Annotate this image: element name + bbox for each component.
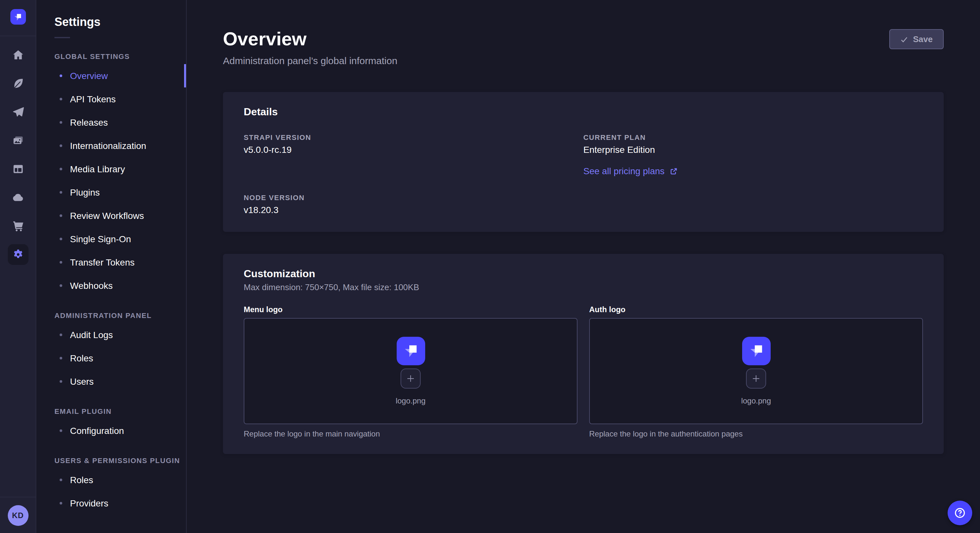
cart-icon[interactable]: [8, 216, 28, 236]
nav-item-releases[interactable]: Releases: [36, 111, 186, 134]
bullet-icon: [60, 121, 62, 124]
customization-heading: Customization: [244, 268, 923, 280]
nav-section: ADMINISTRATION PANEL Audit Logs Roles Us…: [54, 311, 186, 393]
save-button[interactable]: Save: [889, 29, 944, 49]
bullet-icon: [60, 238, 62, 240]
strapi-version-field: STRAPI VERSION v5.0.0-rc.19: [244, 133, 583, 177]
nav-item-audit-logs[interactable]: Audit Logs: [36, 323, 186, 346]
nav-section-title: USERS & PERMISSIONS PLUGIN: [54, 457, 186, 464]
check-icon: [900, 35, 908, 43]
bullet-icon: [60, 75, 62, 77]
menu-logo-dropzone[interactable]: logo.png: [244, 318, 578, 424]
menu-logo-hint: Replace the logo in the main navigation: [244, 429, 578, 438]
current-plan-value: Enterprise Edition: [583, 144, 923, 155]
node-version-label: NODE VERSION: [244, 194, 583, 201]
rail-footer: KD: [0, 497, 36, 533]
auth-logo-group: Auth logo logo.png Replace the logo in t…: [589, 305, 923, 438]
help-button[interactable]: [948, 501, 972, 525]
bullet-icon: [60, 284, 62, 287]
gear-icon[interactable]: [8, 244, 28, 265]
nav-item-internationalization[interactable]: Internationalization: [36, 134, 186, 157]
auth-logo-label: Auth logo: [589, 305, 923, 314]
auth-logo-filename: logo.png: [741, 397, 771, 405]
strapi-logo[interactable]: [10, 9, 25, 25]
bullet-icon: [60, 261, 62, 263]
main-nav-rail: KD: [0, 0, 36, 533]
strapi-version-label: STRAPI VERSION: [244, 133, 583, 141]
add-logo-button[interactable]: [401, 368, 421, 389]
layout-icon[interactable]: [8, 159, 28, 179]
customization-subtitle: Max dimension: 750×750, Max file size: 1…: [244, 282, 923, 292]
nav-item-users[interactable]: Users: [36, 370, 186, 393]
bullet-icon: [60, 357, 62, 359]
nav-section: GLOBAL SETTINGS Overview API Tokens Rele…: [54, 52, 186, 297]
cloud-icon[interactable]: [8, 187, 28, 208]
nav-section: EMAIL PLUGIN Configuration: [54, 408, 186, 443]
bullet-icon: [60, 380, 62, 383]
strapi-logo-icon: [746, 341, 766, 361]
nav-item-plugins[interactable]: Plugins: [36, 181, 186, 204]
settings-subnav: Settings GLOBAL SETTINGS Overview API To…: [36, 0, 187, 533]
bullet-icon: [60, 191, 62, 194]
feather-icon[interactable]: [8, 73, 28, 94]
images-icon[interactable]: [8, 130, 28, 151]
page-title: Overview: [223, 29, 944, 49]
external-link-icon: [670, 167, 678, 175]
nav-item-configuration[interactable]: Configuration: [36, 419, 186, 443]
home-icon[interactable]: [8, 45, 28, 65]
subnav-rule: [54, 37, 70, 38]
nav-section: USERS & PERMISSIONS PLUGIN Roles Provide…: [54, 457, 186, 515]
nav-section-title: GLOBAL SETTINGS: [54, 52, 186, 60]
bullet-icon: [60, 479, 62, 481]
customization-card: Customization Max dimension: 750×750, Ma…: [223, 254, 944, 454]
nav-item-media-library[interactable]: Media Library: [36, 157, 186, 181]
nav-item-roles[interactable]: Roles: [36, 346, 186, 370]
paper-plane-icon[interactable]: [8, 102, 28, 122]
bullet-icon: [60, 168, 62, 170]
auth-logo-preview: [742, 337, 770, 365]
strapi-logo-icon: [12, 11, 23, 22]
nav-item-roles[interactable]: Roles: [36, 468, 186, 492]
bullet-icon: [60, 144, 62, 147]
strapi-version-value: v5.0.0-rc.19: [244, 144, 583, 155]
auth-logo-dropzone[interactable]: logo.png: [589, 318, 923, 424]
menu-logo-label: Menu logo: [244, 305, 578, 314]
auth-logo-hint: Replace the logo in the authentication p…: [589, 429, 923, 438]
question-mark-icon: [953, 506, 966, 519]
page-header: Overview Administration panel’s global i…: [223, 29, 944, 67]
nav-item-single-sign-on[interactable]: Single Sign-On: [36, 227, 186, 251]
node-version-field: NODE VERSION v18.20.3: [244, 194, 583, 215]
nav-item-transfer-tokens[interactable]: Transfer Tokens: [36, 251, 186, 274]
bullet-icon: [60, 98, 62, 100]
bullet-icon: [60, 429, 62, 432]
bullet-icon: [60, 333, 62, 336]
menu-logo-filename: logo.png: [396, 397, 425, 405]
plus-icon: [751, 374, 761, 383]
user-avatar[interactable]: KD: [8, 505, 28, 525]
details-card: Details STRAPI VERSION v5.0.0-rc.19 CURR…: [223, 92, 944, 232]
page-subtitle: Administration panel’s global informatio…: [223, 54, 944, 67]
app-window: KD Settings GLOBAL SETTINGS Overview API…: [0, 0, 980, 533]
strapi-logo-icon: [401, 341, 420, 361]
nav-section-title: EMAIL PLUGIN: [54, 408, 186, 415]
plus-icon: [406, 374, 415, 383]
menu-logo-preview: [396, 337, 425, 365]
bullet-icon: [60, 214, 62, 217]
node-version-value: v18.20.3: [244, 205, 583, 215]
nav-item-review-workflows[interactable]: Review Workflows: [36, 204, 186, 227]
bullet-icon: [60, 502, 62, 504]
subnav-title: Settings: [54, 16, 186, 29]
details-heading: Details: [244, 106, 923, 118]
nav-section-title: ADMINISTRATION PANEL: [54, 311, 186, 319]
rail-divider: [0, 36, 36, 36]
nav-item-api-tokens[interactable]: API Tokens: [36, 87, 186, 111]
current-plan-field: CURRENT PLAN Enterprise Edition See all …: [583, 133, 923, 177]
current-plan-label: CURRENT PLAN: [583, 133, 923, 141]
main-content: Overview Administration panel’s global i…: [187, 0, 980, 533]
menu-logo-group: Menu logo logo.png Replace the logo in t…: [244, 305, 578, 438]
nav-item-overview[interactable]: Overview: [36, 64, 186, 87]
nav-item-webhooks[interactable]: Webhooks: [36, 274, 186, 297]
pricing-plans-link[interactable]: See all pricing plans: [583, 166, 678, 176]
add-logo-button[interactable]: [746, 368, 766, 389]
nav-item-providers[interactable]: Providers: [36, 492, 186, 515]
